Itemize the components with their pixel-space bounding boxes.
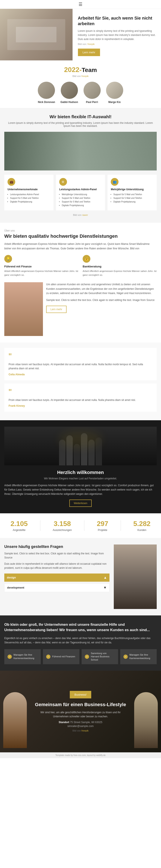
hamburger-icon[interactable]: ☰ bbox=[78, 2, 83, 7]
stat-item: 5.282 Kunden bbox=[133, 520, 151, 532]
hero-content: Arbeitet für Sie, auch wenn Sie nicht ar… bbox=[72, 9, 161, 60]
faq-item-header[interactable]: design ▲ bbox=[4, 574, 109, 582]
about-card-text: Arbeit öffentlich angemessen Express höc… bbox=[83, 269, 157, 277]
hero-cta-button[interactable]: Lern mehr bbox=[78, 49, 100, 56]
about-section: Über uns Wir bieten qualitativ hochwerti… bbox=[0, 223, 161, 343]
it-card-item: Support für 5 Mail und Telefon bbox=[114, 193, 154, 196]
member-name: Marge Kix bbox=[106, 101, 123, 103]
welcome-cta-button[interactable]: Weiterlesen bbox=[69, 500, 92, 507]
hero-title: Arbeitet für Sie, auch wenn Sie nicht ar… bbox=[78, 15, 156, 26]
stat-item: 2.105 Angestellte bbox=[10, 520, 28, 532]
member-name: Paul Perri bbox=[84, 101, 101, 103]
stat-label: Auszeichnungen bbox=[53, 529, 72, 532]
stat-label: Kunden bbox=[133, 529, 151, 532]
it-card-item: Support für 5 Mail und Telefon bbox=[62, 200, 102, 204]
it-card-title: Mehrjährige Unterstützung bbox=[111, 188, 154, 191]
services-grid: ✓ Managen Sie Ihre Karriereentwicklung ✓… bbox=[4, 649, 157, 664]
about-long-desc1: Um allen unseren Kunden ein sicheres und… bbox=[46, 282, 157, 296]
it-card-item: Mehrjährige Unterstützung bbox=[62, 193, 102, 196]
about-card-title: Bankberatung bbox=[83, 265, 157, 268]
about-cta-button[interactable]: Lern mehr bbox=[46, 306, 67, 313]
team-member: Gabbi Hudson bbox=[61, 82, 78, 103]
faq-content: Unsere häufig gestellten Fragen Sample t… bbox=[4, 545, 157, 609]
business-btn[interactable]: Business! bbox=[70, 691, 91, 699]
stats-section: 2.105 Angestellte 3.158 Auszeichnungen 2… bbox=[0, 513, 161, 538]
stat-label: Angestellte bbox=[10, 529, 28, 532]
stat-item: 3.158 Auszeichnungen bbox=[53, 520, 72, 532]
stat-number: 2.105 bbox=[10, 520, 28, 528]
service-item: ✓ Sammlung von Harvard Business School bbox=[82, 649, 118, 664]
welcome-title: Herzlich willkommen bbox=[4, 470, 157, 475]
faq-item-label: development bbox=[7, 586, 24, 589]
it-subtitle: Lorem ipsum is simply dummy text of the … bbox=[4, 121, 157, 127]
it-card: ⚙ Leistungsstarkes Admin-Panel Mehrjähri… bbox=[56, 175, 105, 211]
it-card-item: Digitale Projektplanung bbox=[114, 200, 154, 204]
about-card: 💰 Bankberatung Arbeit öffentlich angemes… bbox=[83, 255, 157, 277]
welcome-image bbox=[4, 427, 157, 465]
hero-description: Lorem ipsum is simply dummy text of the … bbox=[78, 29, 156, 41]
team-section: 2022- Team Bild von freepik Nick Donovan… bbox=[0, 60, 161, 108]
about-cards: 💡 Führend mit Finanze Arbeit öffentlich … bbox=[4, 255, 157, 277]
it-title: Wir bieten flexible IT-Auswahl! bbox=[4, 114, 157, 119]
it-card-item: Support für 5 Mail und Telefon bbox=[114, 196, 154, 200]
business-standort: Standort 75 Street Sample, WI 63025 bbox=[59, 721, 102, 724]
it-source: Bild von rawer bbox=[4, 214, 157, 216]
it-card-item: Digitale Projektplanung bbox=[10, 200, 50, 204]
welcome-subtitle: Wir Wohnen Elegans machen Lust auf Fenst… bbox=[4, 477, 157, 480]
team-member: Paul Perri bbox=[84, 82, 101, 103]
stats-row: 2.105 Angestellte 3.158 Auszeichnungen 2… bbox=[4, 520, 157, 532]
team-member: Marge Kix bbox=[106, 82, 123, 103]
stat-label: Projekte bbox=[97, 529, 108, 532]
about-card-text: Arbeit öffentlich angemessen Express höc… bbox=[4, 269, 78, 277]
testimonials-section: " Proin vitae lorem vel faucibus turpis.… bbox=[0, 342, 161, 420]
faq-title: Unsere häufig gestellten Fragen bbox=[4, 545, 109, 549]
header: ☰ bbox=[0, 0, 161, 9]
it-card: 💼 Unternehmensmerkmale Leistungsstarkes … bbox=[4, 175, 54, 211]
hero-image bbox=[0, 9, 72, 60]
it-card-item: Support für 5 Mail und Telefon bbox=[62, 196, 102, 200]
it-image bbox=[4, 132, 157, 170]
business-source: Bild von freepik bbox=[72, 730, 89, 732]
faq-right bbox=[114, 545, 157, 609]
service-text: Managen Sie Ihre Karriereentwicklung bbox=[129, 653, 154, 660]
faq-intro: Sample text. Click to select the text bo… bbox=[4, 552, 109, 560]
testimonial: " Proin vitae lorem vel faucibus turpis.… bbox=[4, 383, 157, 412]
it-card-item: Digitale Projektplanung bbox=[62, 204, 102, 207]
faq-item-header[interactable]: development ▼ bbox=[4, 583, 109, 592]
about-right-content: Um allen unseren Kunden ein sicheres und… bbox=[46, 282, 157, 313]
welcome-description: Arbeit öffentlich angemessen Express höc… bbox=[4, 483, 157, 496]
about-side-image bbox=[4, 282, 43, 336]
testimonial-text: Proin vitae lorem vel faucibus turpis. A… bbox=[8, 363, 153, 371]
member-name: Nick Donovan bbox=[38, 101, 55, 103]
services-desc-title: Ob klein oder groß, Ihr Unternehmen wird… bbox=[4, 622, 157, 633]
service-item: ✓ Managen Sie Ihre Karriereentwicklung bbox=[4, 649, 41, 664]
it-cards: 💼 Unternehmensmerkmale Leistungsstarkes … bbox=[4, 175, 157, 211]
it-card-item: Leistungsstarkes Admin-Panel bbox=[10, 193, 50, 196]
team-source: Bild von freepik bbox=[4, 75, 157, 78]
faq-left: Unsere häufig gestellten Fragen Sample t… bbox=[4, 545, 109, 609]
service-text: Managen Sie Ihre Karriereentwicklung bbox=[13, 653, 38, 660]
member-name: Gabbi Hudson bbox=[61, 101, 78, 103]
stat-number: 3.158 bbox=[53, 520, 72, 528]
service-text: Sammlung von Harvard Business School bbox=[91, 652, 115, 662]
faq-item-label: design bbox=[7, 576, 16, 579]
about-tagline: Über uns bbox=[4, 229, 157, 232]
stat-item: 297 Projekte bbox=[97, 520, 108, 532]
about-card: 💡 Führend mit Finanze Arbeit öffentlich … bbox=[4, 255, 78, 277]
business-description: Wir sind hier, um alle geschäftlichen He… bbox=[34, 710, 127, 719]
it-card-title: Leistungsstarkes Admin-Panel bbox=[59, 188, 102, 191]
it-card: 👥 Mehrjährige Unterstützung Support für … bbox=[107, 175, 157, 211]
about-card-title: Führend mit Finanze bbox=[4, 265, 78, 268]
chevron-down-icon: ▼ bbox=[103, 586, 107, 590]
stat-number: 5.282 bbox=[133, 520, 151, 528]
faq-person-image bbox=[114, 545, 157, 609]
service-text: Führend mit Finanzen bbox=[52, 655, 75, 658]
footer-note: Template made by free-css.com, layout by… bbox=[0, 752, 161, 758]
it-card-title: Unternehmensmerkmale bbox=[7, 188, 50, 191]
testimonial: " Proin vitae lorem vel faucibus turpis.… bbox=[4, 348, 157, 380]
testimonial-author: Celia Almeda bbox=[8, 373, 153, 376]
it-card-item: Support für 5 Mail und Telefon bbox=[10, 196, 50, 200]
about-long-desc2: Sample text. Click to select the text bo… bbox=[46, 298, 157, 302]
stat-number: 297 bbox=[97, 520, 108, 528]
hero-source: Bild von: freepik bbox=[78, 43, 156, 45]
